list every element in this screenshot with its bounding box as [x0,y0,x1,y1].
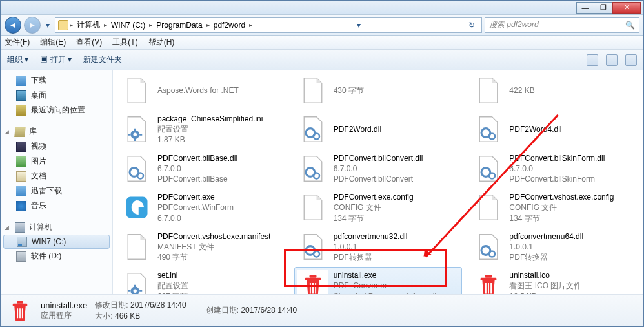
file-icon [121,75,152,106]
download-icon [16,76,26,86]
sidebar-item-documents[interactable]: 文档 [1,169,112,184]
sidebar-item-desktop[interactable]: 桌面 [1,88,112,103]
file-detail: 配置设置 [157,124,263,134]
file-detail: CONFIG 文件 [334,202,414,213]
file-item[interactable]: Aspose.Words for .NET [118,72,287,109]
file-item[interactable]: PDF2Word4.dll [470,111,638,149]
maximize-button[interactable]: ❐ [594,2,612,14]
address-bar[interactable]: ▸ 计算机 ▸ WIN7 (C:) ▸ ProgramData ▸ pdf2wo… [55,17,482,33]
details-filename: uninstall.exe [41,301,87,310]
minimize-button[interactable]: — [576,2,594,14]
file-icon [473,114,504,145]
file-name: PDFConvert.exe [157,192,234,202]
sidebar-item-recent[interactable]: 最近访问的位置 [1,103,112,118]
sidebar-item-thunder[interactable]: 迅雷下载 [1,184,112,198]
file-item[interactable]: set.ini配置设置637 字节 [118,267,287,294]
sidebar-libraries-header[interactable]: ◢库 [1,124,112,139]
breadcrumb[interactable]: 计算机 [74,19,103,30]
file-name: PDFConvert.exe.config [334,192,414,202]
history-dropdown[interactable]: ▾ [43,21,52,30]
file-icon [473,231,504,262]
new-folder-button[interactable]: 新建文件夹 [83,54,122,65]
chevron-down-icon: ◢ [5,224,11,231]
chevron-right-icon: ▸ [206,21,210,28]
sidebar-item-pictures[interactable]: 图片 [1,154,112,169]
file-detail: PDF转换器 [509,252,583,262]
folder-icon [58,20,68,30]
file-item[interactable]: PDFConvert.vshost.exe.manifestMANIFEST 文… [118,228,287,266]
file-item[interactable]: uninstall.exePDF_ConverterShanghai Proso… [294,267,463,294]
file-item[interactable]: 430 字节 [294,72,463,109]
menu-help[interactable]: 帮助(H) [148,37,175,48]
file-list[interactable]: Aspose.Words for .NET430 字节422 KBpackage… [113,70,643,294]
sidebar-computer-header[interactable]: ◢计算机 [1,220,112,235]
sidebar-item-videos[interactable]: 视频 [1,139,112,154]
file-detail: PDF_Converter [334,280,443,291]
menu-file[interactable]: 文件(F) [5,37,30,48]
music-icon [16,201,26,211]
file-name: PDFConvert.bllConvert.dll [334,153,423,164]
menu-view[interactable]: 查看(V) [76,37,102,48]
file-item[interactable]: PDFConvert.exePDFConvert.WinForm6.7.0.0 [118,189,287,227]
breadcrumb[interactable]: WIN7 (C:) [108,21,148,30]
file-icon [297,192,328,223]
preview-pane-button[interactable] [606,54,618,66]
back-button[interactable]: ◄ [5,17,21,34]
sidebar: 下载 桌面 最近访问的位置 ◢库 视频 图片 文档 迅雷下载 音乐 ◢计算机 W… [1,70,113,294]
file-icon [121,114,152,145]
menu-tools[interactable]: 工具(T) [112,37,137,48]
file-icon [121,270,152,294]
file-detail: 490 字节 [157,252,270,262]
view-options-button[interactable] [587,54,598,66]
file-name: pdfconvertmenu64.dll [509,231,583,242]
file-detail: 6.7.0.0 [157,213,234,224]
sidebar-item-music[interactable]: 音乐 [1,198,112,213]
file-detail: 1.87 KB [157,134,263,145]
help-button[interactable] [625,54,637,66]
sidebar-item-downloads[interactable]: 下载 [1,73,112,88]
open-button[interactable]: ▣ 打开 ▾ [40,54,72,65]
file-item[interactable]: PDFConvert.vshost.exe.configCONFIG 文件134… [470,189,638,227]
search-input[interactable]: 搜索 pdf2word 🔍 [485,17,639,33]
file-icon [121,153,152,184]
toolbar: 组织 ▾ ▣ 打开 ▾ 新建文件夹 [1,50,643,70]
refresh-button[interactable]: ↻ [465,18,479,32]
file-detail: 134 字节 [334,213,414,224]
details-type: 应用程序 [41,310,87,321]
file-detail: 430 字节 [334,85,364,96]
file-item[interactable]: PDFConvert.bllSkinForm.dll6.7.0.0PDFConv… [470,150,638,188]
sidebar-item-drive-d[interactable]: 软件 (D:) [1,249,112,264]
file-name: pdfconvertmenu32.dll [334,231,408,242]
breadcrumb[interactable]: ProgramData [154,21,205,30]
file-detail: CONFIG 文件 [509,202,614,213]
file-item[interactable]: pdfconvertmenu32.dll1.0.0.1PDF转换器 [294,228,463,266]
chevron-right-icon: ▸ [104,21,107,28]
file-item[interactable]: PDFConvert.exe.configCONFIG 文件134 字节 [294,189,463,227]
addr-dropdown[interactable]: ▾ [352,18,366,32]
drive-icon [17,237,27,247]
file-item[interactable]: PDF2Word.dll [294,111,463,149]
organize-button[interactable]: 组织 ▾ [7,54,28,65]
breadcrumb[interactable]: pdf2word [211,21,248,30]
file-detail: Shanghai Prosooner Informati... [334,291,443,294]
details-size-label: 大小: [95,311,112,321]
file-item[interactable]: pdfconvertmenu64.dll1.0.0.1PDF转换器 [470,228,638,266]
file-item[interactable]: PDFConvert.bllBase.dll6.7.0.0PDFConvert.… [118,150,287,188]
file-name: PDF2Word.dll [334,124,381,134]
chevron-right-icon: ▸ [249,21,252,28]
file-item[interactable]: uninstall.ico看图王 ICO 图片文件16.5 KB [470,267,638,294]
menu-bar: 文件(F) 编辑(E) 查看(V) 工具(T) 帮助(H) [1,36,643,50]
file-name: set.ini [157,270,188,280]
file-icon [121,231,152,262]
file-item[interactable]: package_ChineseSimplified.ini配置设置1.87 KB [118,111,287,149]
file-item[interactable]: 422 KB [470,72,638,109]
sidebar-item-drive-c[interactable]: WIN7 (C:) [3,235,110,249]
file-icon [297,231,328,262]
close-button[interactable]: ✕ [612,2,641,14]
file-name: PDFConvert.bllSkinForm.dll [509,153,605,164]
menu-edit[interactable]: 编辑(E) [40,37,66,48]
forward-button[interactable]: ► [24,17,41,34]
file-detail: 134 字节 [509,213,614,224]
file-icon [297,75,328,106]
file-item[interactable]: PDFConvert.bllConvert.dll6.7.0.0PDFConve… [294,150,463,188]
